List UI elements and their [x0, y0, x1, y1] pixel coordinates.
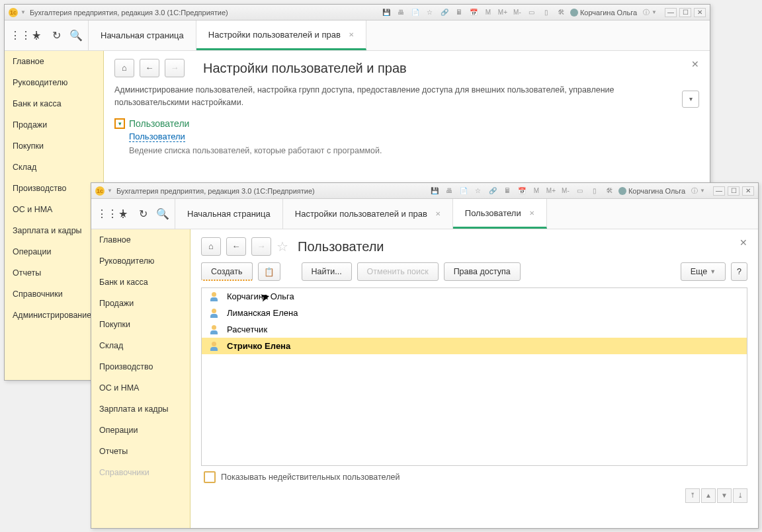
search-icon[interactable]: 🔍 — [156, 208, 169, 221]
back-button[interactable]: ← — [226, 237, 246, 256]
user-list[interactable]: Корчагина Ольга Лиманская Елена Расчетчи… — [201, 287, 747, 466]
tab-users[interactable]: Пользователи ✕ — [453, 199, 547, 229]
sidebar-item-sales[interactable]: Продажи — [91, 293, 190, 314]
sidebar-item-assets[interactable]: ОС и НМА — [91, 377, 190, 399]
sidebar-item-purchases[interactable]: Покупки — [5, 135, 103, 157]
tab-close-icon[interactable]: ✕ — [349, 31, 354, 38]
home-button[interactable]: ⌂ — [201, 237, 221, 256]
close-button[interactable]: ✕ — [742, 186, 754, 196]
list-down-icon[interactable]: ▼ — [717, 488, 732, 503]
tab-close-icon[interactable]: ✕ — [435, 210, 441, 217]
memory-mplus-icon[interactable]: M+ — [546, 186, 556, 196]
print-icon[interactable]: 🖶 — [444, 186, 454, 196]
sidebar-item-salary[interactable]: Зарплата и кадры — [5, 220, 103, 241]
calc-icon[interactable]: 🖩 — [454, 7, 464, 18]
tab-user-settings[interactable]: Настройки пользователей и прав ✕ — [283, 199, 453, 229]
minimize-button[interactable]: — — [713, 186, 725, 196]
memory-mminus-icon[interactable]: M- — [560, 186, 571, 196]
sidebar-item-sales[interactable]: Продажи — [5, 114, 103, 135]
sidebar-item-admin[interactable]: Администрирование — [5, 305, 103, 326]
memory-m-icon[interactable]: M — [483, 7, 493, 18]
apps-grid-icon[interactable]: ⋮⋮⋮ — [10, 29, 23, 42]
sidebar-item-manager[interactable]: Руководителю — [91, 250, 190, 272]
memory-m-icon[interactable]: M — [531, 186, 542, 196]
star-icon[interactable]: ☆ — [425, 7, 435, 18]
sidebar-item-bank[interactable]: Банк и касса — [5, 93, 103, 114]
create-button[interactable]: Создать — [201, 262, 253, 281]
search-icon[interactable]: 🔍 — [69, 29, 83, 42]
sidebar-item-operations[interactable]: Операции — [5, 241, 103, 262]
tool-icon[interactable]: 🛠 — [556, 7, 566, 18]
favorites-icon[interactable]: ★ — [116, 208, 130, 221]
cancel-search-button[interactable]: Отменить поиск — [357, 262, 439, 281]
show-invalid-checkbox[interactable] — [204, 471, 216, 483]
sidebar-item-warehouse[interactable]: Склад — [5, 157, 103, 178]
expand-button[interactable]: ▾ — [682, 91, 699, 108]
app-menu-dropdown-icon[interactable]: ▼ — [107, 188, 112, 194]
help-button[interactable]: ? — [731, 262, 747, 281]
page-close-icon[interactable]: ✕ — [691, 59, 699, 69]
panel2-icon[interactable]: ▯ — [589, 186, 600, 196]
sidebar-item-production[interactable]: Производство — [91, 356, 190, 377]
list-up-icon[interactable]: ▲ — [701, 488, 716, 503]
sidebar-item-purchases[interactable]: Покупки — [91, 314, 190, 335]
info-icon[interactable]: ⓘ — [689, 186, 700, 196]
maximize-button[interactable]: ☐ — [679, 8, 691, 17]
tab-close-icon[interactable]: ✕ — [529, 209, 534, 217]
sidebar-item-salary[interactable]: Зарплата и кадры — [91, 399, 190, 420]
panel1-icon[interactable]: ▭ — [527, 7, 537, 18]
link-icon[interactable]: 🔗 — [487, 186, 498, 196]
favorite-star-icon[interactable]: ☆ — [276, 239, 288, 254]
save-icon[interactable]: 💾 — [381, 7, 392, 18]
sidebar-item-references[interactable]: Справочники — [5, 284, 103, 305]
maximize-button[interactable]: ☐ — [728, 186, 740, 196]
calendar-icon[interactable]: 📅 — [517, 186, 527, 196]
doc-icon[interactable]: 📄 — [410, 7, 421, 18]
sidebar-item-reports[interactable]: Отчеты — [91, 441, 190, 462]
users-link[interactable]: Пользователи — [129, 132, 185, 142]
history-icon[interactable]: ↻ — [136, 208, 149, 221]
app-menu-dropdown-icon[interactable]: ▼ — [21, 9, 26, 15]
page-close-icon[interactable]: ✕ — [740, 237, 747, 248]
calc-icon[interactable]: 🖩 — [502, 186, 513, 196]
forward-button[interactable]: → — [165, 59, 185, 77]
link-icon[interactable]: 🔗 — [439, 7, 450, 18]
sidebar-item-production[interactable]: Производство — [5, 178, 103, 199]
home-button[interactable]: ⌂ — [114, 59, 134, 77]
info-dropdown-icon[interactable]: ▼ — [652, 9, 657, 15]
sidebar-item-reports[interactable]: Отчеты — [5, 262, 103, 284]
forward-button[interactable]: → — [251, 237, 271, 256]
save-icon[interactable]: 💾 — [429, 186, 440, 196]
sidebar-item-bank[interactable]: Банк и касса — [91, 272, 190, 293]
back-button[interactable]: ← — [140, 59, 159, 77]
access-rights-button[interactable]: Права доступа — [444, 262, 521, 281]
tab-home[interactable]: Начальная страница — [175, 199, 283, 229]
tab-user-settings[interactable]: Настройки пользователей и прав ✕ — [196, 20, 366, 50]
user-row[interactable]: Стричко Елена — [202, 338, 747, 354]
sidebar-item-assets[interactable]: ОС и НМА — [5, 199, 103, 220]
memory-mminus-icon[interactable]: M- — [512, 7, 523, 18]
memory-mplus-icon[interactable]: M+ — [497, 7, 508, 18]
minimize-button[interactable]: — — [665, 8, 677, 17]
user-row[interactable]: Расчетчик — [202, 321, 747, 338]
find-button[interactable]: Найти... — [302, 262, 352, 281]
favorites-icon[interactable]: ★ — [30, 29, 43, 42]
sidebar-item-operations[interactable]: Операции — [91, 420, 190, 441]
user-row[interactable]: Лиманская Елена — [202, 305, 747, 321]
close-button[interactable]: ✕ — [694, 8, 706, 17]
panel2-icon[interactable]: ▯ — [541, 7, 552, 18]
copy-button[interactable]: 📋 — [258, 262, 280, 281]
sidebar-item-manager[interactable]: Руководителю — [5, 72, 103, 93]
calendar-icon[interactable]: 📅 — [468, 7, 479, 18]
tab-home[interactable]: Начальная страница — [89, 20, 196, 50]
sidebar-item-references[interactable]: Справочники — [91, 462, 190, 483]
history-icon[interactable]: ↻ — [50, 29, 63, 42]
info-dropdown-icon[interactable]: ▼ — [700, 188, 705, 194]
more-button[interactable]: Еще▼ — [681, 262, 726, 281]
star-icon[interactable]: ☆ — [473, 186, 484, 196]
doc-icon[interactable]: 📄 — [458, 186, 469, 196]
sidebar-item-main[interactable]: Главное — [5, 51, 103, 72]
user-row[interactable]: Корчагина Ольга — [202, 288, 747, 305]
sidebar-item-warehouse[interactable]: Склад — [91, 335, 190, 356]
tool-icon[interactable]: 🛠 — [604, 186, 614, 196]
